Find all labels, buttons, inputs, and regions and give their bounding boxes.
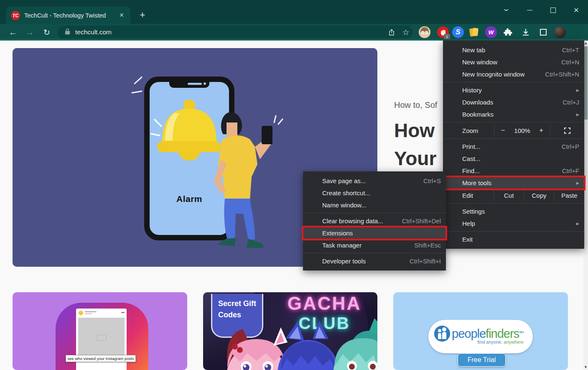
free-trial-button[interactable]: Free Trial [458, 353, 506, 367]
shazam-extension-icon[interactable]: S [452, 26, 464, 38]
address-bar[interactable]: techcult.com ☆ [57, 26, 413, 39]
browser-toolbar: ← → ↻ techcult.com ☆ 1 S w [0, 24, 588, 41]
browser-titlebar: TC TechCult - Technology Twisted × + ⌄ × [0, 0, 588, 24]
person-illustration [208, 110, 285, 248]
submenu-arrow-icon: ▶ [575, 181, 579, 185]
forward-button[interactable]: → [23, 24, 37, 41]
menu-separator [443, 203, 584, 204]
menu-item-bookmarks[interactable]: Bookmarks ▶ [443, 108, 584, 120]
submenu-arrow-icon: ▶ [575, 88, 579, 92]
menu-item-find[interactable]: Find... Ctrl+F [443, 165, 584, 177]
square-icon [540, 29, 547, 36]
bookmark-star-button[interactable]: ☆ [399, 26, 413, 39]
menu-item-exit[interactable]: Exit [443, 233, 584, 245]
adblock-extension-icon[interactable]: 1 [437, 26, 449, 38]
back-button[interactable]: ← [6, 24, 20, 41]
menu-item-settings[interactable]: Settings [443, 205, 584, 217]
related-article-card-peoplefinders[interactable]: peoplefindersSM find anyone, anywhere Fr… [393, 292, 568, 370]
lock-icon [65, 28, 70, 36]
menu-item-clear-browsing-data[interactable]: Clear browsing data... Ctrl+Shift+Del [303, 215, 446, 227]
menu-item-history[interactable]: History ▶ [443, 84, 584, 96]
gacha-characters-illustration [203, 292, 377, 370]
menu-item-print[interactable]: Print... Ctrl+P [443, 140, 584, 153]
tab-close-icon[interactable]: × [117, 11, 126, 20]
menu-item-save-page-as[interactable]: Save page as... Ctrl+S [303, 175, 446, 187]
menu-separator [443, 82, 584, 82]
menu-item-developer-tools[interactable]: Developer tools Ctrl+Shift+I [303, 255, 446, 267]
wordtune-extension-icon[interactable]: w [485, 26, 497, 38]
menu-item-extensions[interactable]: Extensions [303, 227, 446, 239]
article-category[interactable]: How to, Sof [394, 100, 437, 110]
url-text[interactable]: techcult.com [75, 28, 384, 36]
scrollbar-thumb[interactable] [584, 46, 588, 120]
menu-item-new-tab[interactable]: New tab Ctrl+T [443, 44, 584, 56]
menu-separator [443, 138, 584, 139]
submenu-arrow-icon: ▶ [575, 112, 579, 117]
menu-item-more-tools[interactable]: More tools ▶ [443, 177, 584, 189]
menu-item-paste[interactable]: Paste [554, 189, 584, 202]
fullscreen-button[interactable] [550, 124, 584, 137]
close-icon: × [574, 5, 579, 15]
menu-item-new-window[interactable]: New window Ctrl+N [443, 56, 584, 68]
article-title-line1: How [394, 119, 435, 142]
share-button[interactable] [384, 26, 399, 39]
instagram-card-caption: see who viewed your Instagram posts [66, 355, 136, 362]
menu-item-downloads[interactable]: Downloads Ctrl+J [443, 96, 584, 108]
maximize-icon [550, 8, 556, 13]
notification-tick-marks [21, 71, 142, 117]
menu-item-task-manager[interactable]: Task manager Shift+Esc [303, 239, 446, 251]
menu-item-name-window[interactable]: Name window... [303, 199, 446, 211]
extensions-puzzle-icon[interactable] [502, 26, 514, 38]
menu-separator [303, 253, 446, 253]
related-article-card-gacha[interactable]: GACHA CLUB Secret Gift Codes [203, 292, 377, 370]
zoom-level: 100% [514, 127, 530, 134]
more-tools-submenu: Save page as... Ctrl+S Create shortcut..… [303, 171, 446, 270]
window-controls: ⌄ × [494, 0, 588, 20]
fullscreen-icon [564, 128, 570, 134]
tab-title: TechCult - Technology Twisted [24, 12, 117, 19]
post-image-placeholder [78, 318, 125, 358]
side-panel-icon[interactable] [537, 26, 549, 38]
scroll-down-icon[interactable]: ▼ [583, 365, 588, 369]
phone-notch [169, 80, 209, 88]
menu-item-copy[interactable]: Copy [524, 189, 554, 202]
instagram-post-mockup: see who viewed your Instagram posts ♥ ●●… [76, 309, 127, 370]
minimize-button[interactable] [518, 0, 541, 20]
menu-item-cut[interactable]: Cut [494, 189, 524, 202]
chevron-down-icon: ⌄ [502, 5, 510, 13]
menu-separator [303, 213, 446, 213]
profile-avatar[interactable] [554, 26, 566, 38]
menu-separator [443, 122, 584, 122]
zoom-in-button[interactable]: + [535, 127, 547, 134]
submenu-arrow-icon: ▶ [575, 222, 579, 226]
menu-item-new-incognito-window[interactable]: New Incognito window Ctrl+Shift+N [443, 68, 584, 80]
chrome-main-menu: New tab Ctrl+T New window Ctrl+N New Inc… [443, 41, 584, 249]
avatar-extension-icon[interactable] [419, 26, 430, 38]
peoplefinders-logo-pill: peoplefindersSM find anyone, anywhere [428, 320, 533, 353]
minimize-icon [527, 10, 532, 10]
notes-extension-icon[interactable] [468, 26, 480, 38]
service-mark: SM [519, 330, 523, 334]
post-avatar [79, 311, 83, 315]
menu-item-cast[interactable]: Cast... [443, 153, 584, 165]
peoplefinders-wordmark: peoplefindersSM [452, 327, 523, 341]
maximize-button[interactable] [541, 0, 565, 20]
close-button[interactable]: × [565, 0, 588, 20]
menu-edit-row: Edit Cut Copy Paste [443, 189, 584, 202]
zoom-out-button[interactable]: − [497, 127, 509, 134]
menu-zoom-row: Zoom − 100% + [443, 124, 584, 137]
downloads-icon[interactable] [520, 26, 532, 38]
peoplefinders-logo-icon [434, 326, 450, 342]
new-tab-button[interactable]: + [136, 9, 149, 22]
related-article-card-instagram[interactable]: see who viewed your Instagram posts ♥ ●●… [13, 292, 187, 370]
menu-item-create-shortcut[interactable]: Create shortcut... [303, 187, 446, 199]
article-title-line2: Your [394, 147, 436, 170]
techcult-favicon: TC [11, 11, 20, 20]
menu-item-help[interactable]: Help ▶ [443, 217, 584, 230]
peoplefinders-tagline: find anyone, anywhere [477, 339, 524, 344]
tab-search-button[interactable]: ⌄ [494, 0, 518, 20]
menu-separator [443, 231, 584, 232]
browser-tab[interactable]: TC TechCult - Technology Twisted × [6, 7, 130, 24]
reload-button[interactable]: ↻ [40, 24, 54, 41]
